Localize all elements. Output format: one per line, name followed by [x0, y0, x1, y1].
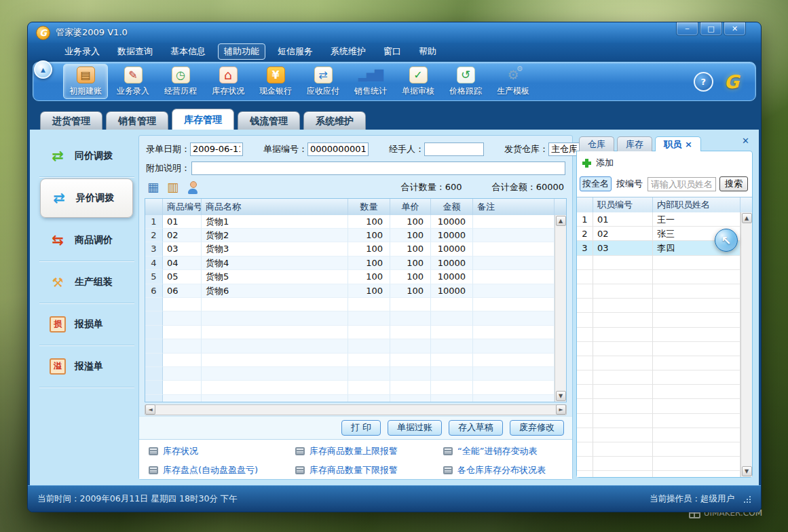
- staff-row[interactable]: [577, 428, 740, 442]
- menu-item[interactable]: 基本信息: [165, 44, 211, 59]
- warehouse-icon[interactable]: [147, 181, 159, 193]
- module-tab[interactable]: 进货管理: [40, 111, 102, 130]
- toolbar-button[interactable]: 销售统计: [348, 64, 393, 99]
- note-input[interactable]: [191, 162, 565, 175]
- toolbar-button[interactable]: 应收应付: [301, 64, 345, 99]
- toolbar-button[interactable]: 经营历程: [158, 64, 203, 99]
- report-link[interactable]: 库存商品数量上限报警: [295, 445, 443, 457]
- staff-row[interactable]: [577, 414, 740, 428]
- panel-close-icon[interactable]: ✕: [742, 136, 749, 146]
- action-button[interactable]: 存入草稿: [449, 420, 503, 436]
- scroll-up-icon[interactable]: ▲: [556, 216, 566, 226]
- sidebar-item[interactable]: 溢报溢单: [39, 345, 134, 387]
- report-link[interactable]: 各仓库库存分布状况表: [443, 464, 563, 476]
- menu-item[interactable]: 窗口: [378, 44, 407, 59]
- add-row[interactable]: 添加: [577, 151, 752, 172]
- module-tab[interactable]: 钱流管理: [238, 111, 300, 130]
- items-horizontal-scrollbar[interactable]: ◄ ►: [145, 404, 567, 415]
- tab-close-icon[interactable]: ×: [685, 137, 692, 151]
- staff-icon[interactable]: [187, 181, 199, 194]
- menu-item[interactable]: 辅助功能: [218, 43, 265, 60]
- staff-row[interactable]: [577, 457, 740, 471]
- staff-row[interactable]: [577, 284, 740, 299]
- staff-row[interactable]: [577, 385, 740, 399]
- menu-item[interactable]: 帮助: [413, 44, 442, 59]
- module-tab[interactable]: 系统维护: [303, 111, 366, 130]
- table-row[interactable]: [145, 354, 555, 367]
- sidebar-item[interactable]: 生产组装: [39, 261, 134, 303]
- staff-row[interactable]: [577, 442, 740, 457]
- action-button[interactable]: 打 印: [341, 420, 381, 436]
- toolbar-button[interactable]: 库存状况: [206, 64, 250, 99]
- action-button[interactable]: 单据过账: [388, 420, 442, 436]
- staff-row[interactable]: [577, 313, 740, 327]
- scroll-down-icon[interactable]: ▼: [556, 391, 566, 401]
- scroll-left-icon[interactable]: ◄: [145, 404, 155, 415]
- table-row[interactable]: 404货物410010010000: [145, 256, 555, 270]
- maximize-button[interactable]: [700, 22, 722, 36]
- table-row[interactable]: [145, 381, 555, 394]
- help-icon[interactable]: [694, 72, 713, 92]
- search-button[interactable]: 搜索: [719, 176, 748, 191]
- sidebar-item[interactable]: 商品调价: [39, 219, 134, 261]
- staff-search-input[interactable]: [648, 177, 716, 191]
- menu-item[interactable]: 数据查询: [112, 44, 158, 59]
- toolbar-button[interactable]: 初期建账: [63, 64, 108, 99]
- action-button[interactable]: 废弃修改: [510, 420, 564, 436]
- table-row[interactable]: 505货物510010010000: [145, 270, 555, 284]
- toolbar-collapse-button[interactable]: [34, 60, 52, 79]
- voucher-number-input[interactable]: [307, 142, 369, 156]
- staff-row[interactable]: [577, 328, 740, 342]
- toolbar-button[interactable]: 生产模板: [491, 64, 536, 99]
- toolbar-button[interactable]: 现金银行: [253, 64, 298, 99]
- table-row[interactable]: 202货物210010010000: [145, 229, 555, 242]
- scroll-right-icon[interactable]: ►: [556, 404, 566, 415]
- filter-by-fullname[interactable]: 按全名: [580, 176, 612, 191]
- toolbar-button[interactable]: 单据审核: [396, 64, 440, 99]
- panel-tab[interactable]: 仓库: [579, 136, 614, 151]
- table-row[interactable]: [145, 339, 555, 353]
- panel-tab[interactable]: 职员×: [655, 136, 701, 151]
- report-link[interactable]: 库存状况: [149, 445, 295, 457]
- items-vertical-scrollbar[interactable]: ▲ ▼: [555, 215, 566, 402]
- menu-item[interactable]: 短信服务: [272, 44, 318, 59]
- resize-grip[interactable]: [744, 495, 751, 503]
- report-link[interactable]: 库存盘点(自动盘盈盘亏): [149, 464, 295, 476]
- goods-icon[interactable]: [167, 181, 179, 193]
- table-row[interactable]: [145, 395, 555, 402]
- table-row[interactable]: 303货物310010010000: [145, 242, 555, 256]
- sidebar-item[interactable]: 同价调拨: [39, 135, 134, 177]
- scroll-down-icon[interactable]: ▼: [742, 466, 752, 476]
- sidebar-item[interactable]: 异价调拨: [40, 178, 133, 218]
- staff-row[interactable]: [577, 256, 740, 270]
- staff-row[interactable]: [577, 342, 740, 356]
- menu-item[interactable]: 业务录入: [59, 44, 105, 59]
- staff-row[interactable]: [577, 399, 740, 413]
- handler-input[interactable]: [424, 142, 484, 156]
- staff-vertical-scrollbar[interactable]: ▲ ▼: [740, 212, 752, 477]
- staff-row[interactable]: [577, 270, 740, 284]
- module-tab[interactable]: 库存管理: [172, 109, 234, 130]
- report-link[interactable]: “全能”进销存变动表: [443, 445, 563, 457]
- table-row[interactable]: [145, 326, 555, 339]
- table-row[interactable]: 606货物610010010000: [145, 284, 555, 298]
- staff-row[interactable]: 101王一: [577, 212, 740, 227]
- table-row[interactable]: [145, 311, 555, 325]
- module-tab[interactable]: 销售管理: [106, 111, 168, 130]
- scroll-up-icon[interactable]: ▲: [742, 213, 752, 223]
- staff-row[interactable]: [577, 370, 740, 385]
- close-button[interactable]: [724, 22, 746, 36]
- staff-row[interactable]: [577, 356, 740, 370]
- table-row[interactable]: 101货物110010010000: [145, 215, 555, 229]
- toolbar-button[interactable]: 价格跟踪: [443, 64, 488, 99]
- staff-row[interactable]: [577, 299, 740, 313]
- staff-row[interactable]: [577, 471, 740, 477]
- panel-tab[interactable]: 库存: [617, 136, 652, 151]
- date-input[interactable]: [190, 142, 243, 156]
- filter-by-code[interactable]: 按编号: [615, 177, 644, 191]
- menu-item[interactable]: 系统维护: [325, 44, 371, 59]
- toolbar-button[interactable]: 业务录入: [111, 64, 155, 99]
- table-row[interactable]: [145, 367, 555, 381]
- table-row[interactable]: [145, 298, 555, 311]
- report-link[interactable]: 库存商品数量下限报警: [295, 464, 443, 476]
